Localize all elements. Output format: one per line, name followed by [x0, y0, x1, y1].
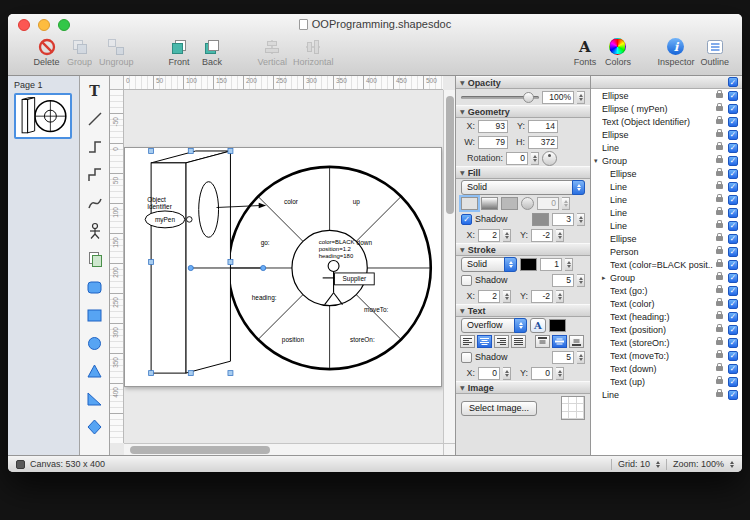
diamond-tool[interactable]	[82, 414, 108, 440]
visibility-checkbox[interactable]: ✓	[728, 247, 738, 257]
visibility-checkbox[interactable]: ✓	[728, 91, 738, 101]
visibility-checkbox[interactable]: ✓	[728, 169, 738, 179]
page-thumbnail[interactable]	[14, 93, 72, 139]
lock-icon[interactable]	[716, 106, 723, 111]
outline-row[interactable]: Line ✓	[591, 193, 742, 206]
close-button[interactable]	[18, 19, 30, 31]
lock-icon[interactable]	[716, 132, 723, 137]
stroke-shadow-y-field[interactable]: -2	[531, 290, 553, 303]
outline-row[interactable]: Ellipse ✓	[591, 89, 742, 102]
visibility-checkbox[interactable]: ✓	[728, 286, 738, 296]
grid-stepper[interactable]	[656, 459, 660, 470]
fill-gradient-well[interactable]	[481, 197, 498, 210]
text-shadow-x-field[interactable]: 0	[478, 367, 500, 380]
outline-row[interactable]: Line ✓	[591, 388, 742, 401]
visibility-checkbox[interactable]: ✓	[728, 390, 738, 400]
outline-row[interactable]: Text (storeOn:) ✓	[591, 336, 742, 349]
fill-section-header[interactable]: ▼ Fill	[456, 166, 590, 179]
opacity-section-header[interactable]: ▼ Opacity	[456, 76, 590, 89]
stroke-shadow-checkbox[interactable]	[461, 275, 472, 286]
opacity-stepper[interactable]	[577, 91, 585, 104]
outline-row[interactable]: Text (down) ✓	[591, 362, 742, 375]
disclosure-icon[interactable]: ▸	[602, 274, 610, 282]
stroke-color-well[interactable]	[520, 258, 537, 271]
fill-shadow-x-field[interactable]: 2	[478, 229, 500, 242]
outline-row[interactable]: Text (moveTo:) ✓	[591, 349, 742, 362]
outline-row[interactable]: Text (go:) ✓	[591, 284, 742, 297]
prism-shape[interactable]	[151, 151, 230, 373]
step-line-tool[interactable]	[82, 162, 108, 188]
visibility-checkbox[interactable]: ✓	[728, 182, 738, 192]
sector-label[interactable]: up	[353, 198, 361, 206]
outline-row[interactable]: Ellipse ( myPen) ✓	[591, 102, 742, 115]
line-handle[interactable]	[188, 265, 193, 270]
sector-label[interactable]: position	[282, 336, 305, 344]
text-overflow-popup[interactable]: Overflow	[461, 318, 527, 333]
sector-label[interactable]: color	[284, 198, 299, 205]
lock-icon[interactable]	[716, 93, 723, 98]
stroke-width-stepper[interactable]	[565, 258, 573, 271]
visibility-checkbox[interactable]: ✓	[728, 364, 738, 374]
fill-texture-well[interactable]	[501, 197, 518, 210]
lock-icon[interactable]	[716, 275, 723, 280]
person-tool[interactable]	[82, 218, 108, 244]
outline-row[interactable]: Text (color=BLACK posit... ✓	[591, 258, 742, 271]
clone-tool[interactable]	[82, 246, 108, 272]
fill-color-well[interactable]	[461, 197, 478, 210]
fill-color-wheel-button[interactable]	[521, 197, 534, 210]
outline-row[interactable]: Text (Object Identifier) ✓	[591, 115, 742, 128]
outline-row[interactable]: Line ✓	[591, 219, 742, 232]
rect-tool[interactable]	[82, 302, 108, 328]
sector-label[interactable]: down	[357, 239, 373, 246]
vertical-scrollbar-thumb[interactable]	[446, 96, 454, 214]
back-button[interactable]: Back	[196, 36, 229, 67]
visibility-checkbox[interactable]: ✓	[728, 377, 738, 387]
visibility-checkbox[interactable]: ✓	[728, 208, 738, 218]
sector-label[interactable]: storeOn:	[350, 336, 375, 343]
lock-icon[interactable]	[716, 314, 723, 319]
text-tool[interactable]: T	[82, 78, 108, 104]
zoom-stepper[interactable]	[730, 459, 734, 470]
outline-row[interactable]: Ellipse ✓	[591, 232, 742, 245]
lock-icon[interactable]	[716, 288, 723, 293]
lock-icon[interactable]	[716, 119, 723, 124]
outline-row[interactable]: Text (color) ✓	[591, 297, 742, 310]
outline-row[interactable]: Text (up) ✓	[591, 375, 742, 388]
curve-tool[interactable]	[82, 190, 108, 216]
outline-row[interactable]: Ellipse ✓	[591, 167, 742, 180]
visibility-checkbox[interactable]: ✓	[728, 195, 738, 205]
geometry-h-field[interactable]: 372	[528, 136, 558, 149]
horizontal-scrollbar[interactable]	[124, 443, 443, 455]
text-shadow-x-stepper[interactable]	[503, 367, 511, 380]
lock-icon[interactable]	[716, 379, 723, 384]
align-left-button[interactable]	[460, 335, 475, 348]
fill-shadow-x-stepper[interactable]	[503, 229, 511, 242]
lock-icon[interactable]	[716, 184, 723, 189]
lock-icon[interactable]	[716, 366, 723, 371]
outline-row[interactable]: Line ✓	[591, 206, 742, 219]
object-identifier-label-line2[interactable]: Identifier	[147, 203, 173, 210]
text-fonts-button[interactable]: A	[530, 318, 546, 333]
fill-shadow-stepper[interactable]	[577, 213, 585, 226]
geometry-section-header[interactable]: ▼ Geometry	[456, 105, 590, 118]
lock-icon[interactable]	[716, 392, 723, 397]
fonts-button[interactable]: A Fonts	[568, 36, 601, 67]
image-section-header[interactable]: ▼ Image	[456, 381, 590, 394]
visibility-checkbox[interactable]: ✓	[728, 117, 738, 127]
fill-shadow-color-well[interactable]	[532, 213, 549, 226]
valign-top-button[interactable]	[535, 335, 550, 348]
stroke-section-header[interactable]: ▼ Stroke	[456, 243, 590, 256]
disclosure-icon[interactable]: ▾	[594, 157, 602, 165]
sector-label[interactable]: moveTo:	[364, 306, 389, 313]
outline-row[interactable]: Ellipse ✓	[591, 128, 742, 141]
stroke-width-field[interactable]: 1	[540, 258, 562, 271]
geometry-x-field[interactable]: 93	[478, 120, 508, 133]
opacity-slider[interactable]	[461, 91, 539, 104]
state-text-line[interactable]: position=1.2	[319, 246, 351, 252]
object-identifier-label-line1[interactable]: Object	[147, 196, 166, 204]
image-position-grid[interactable]	[561, 396, 585, 420]
text-shadow-y-field[interactable]: 0	[531, 367, 553, 380]
stroke-shadow-x-field[interactable]: 2	[478, 290, 500, 303]
outline-button[interactable]: Outline	[697, 36, 732, 67]
lock-icon[interactable]	[716, 249, 723, 254]
